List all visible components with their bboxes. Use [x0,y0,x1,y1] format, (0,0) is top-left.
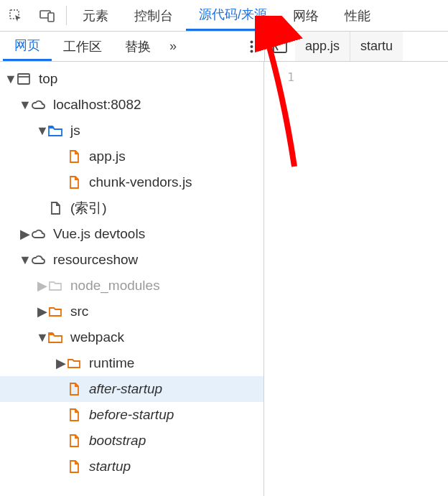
open-file-tabs: app.js startu [264,32,448,61]
svg-point-4 [250,45,253,48]
tree-folder-src[interactable]: ▶ src [0,299,263,324]
file-icon [66,149,82,164]
file-tab-label: app.js [305,39,340,54]
main-split: ▼ top ▼ localhost:8082 ▼ js ▶ app [0,62,448,496]
folder-open-icon [47,329,63,345]
tab-performance[interactable]: 性能 [332,0,383,31]
tree-file-index[interactable]: ▶ (索引) [0,195,263,221]
file-tab-label: startu [360,39,393,54]
tree-folder-nodemodules[interactable]: ▶ node_modules [0,273,263,299]
collapse-arrow-icon: ▶ [37,304,47,319]
tree-label: (索引) [70,199,107,217]
tree-label: app.js [89,149,126,164]
file-icon [47,200,63,216]
tree-file-appjs[interactable]: ▶ app.js [0,144,263,169]
folder-icon [47,304,63,319]
tree-label: runtime [89,355,134,371]
expand-arrow-icon: ▼ [6,72,16,87]
inspect-element-icon[interactable] [0,0,32,31]
tree-label: startup [89,459,131,474]
devtools-main-tabs: 元素 控制台 源代码/来源 网络 性能 [0,0,448,32]
svg-point-5 [250,50,253,52]
tree-top-frame[interactable]: ▼ top [0,66,263,92]
expand-arrow-icon: ▼ [20,253,30,268]
tree-label: resourceshow [53,252,138,268]
tab-network[interactable]: 网络 [280,0,332,31]
editor-pane[interactable]: 1 [264,62,448,496]
tree-folder-runtime[interactable]: ▶ runtime [0,350,263,376]
tree-origin-localhost[interactable]: ▼ localhost:8082 [0,92,263,118]
file-icon [66,174,82,190]
tree-folder-webpack[interactable]: ▼ webpack [0,324,263,350]
svg-rect-2 [48,13,54,22]
navigator-tabs: 网页 工作区 替换 » [0,32,264,61]
cloud-icon [30,252,46,268]
tree-label: js [70,123,80,139]
tree-label: src [70,304,88,319]
expand-arrow-icon: ▼ [37,330,47,345]
tree-label: webpack [70,329,124,345]
divider [66,6,67,25]
folder-icon [47,278,63,294]
tab-elements[interactable]: 元素 [70,0,121,31]
tree-file-after-startup[interactable]: ▶ after-startup [0,376,263,402]
subtab-overrides[interactable]: 替换 [113,32,162,61]
line-number: 1 [264,70,294,84]
file-icon [66,433,82,449]
sources-toolbar-row: 网页 工作区 替换 » app.js startu [0,32,448,62]
collapse-arrow-icon: ▶ [20,226,30,242]
tree-resourceshow[interactable]: ▼ resourceshow [0,247,263,273]
tab-sources[interactable]: 源代码/来源 [186,0,280,31]
collapse-arrow-icon: ▶ [37,278,47,294]
tab-console[interactable]: 控制台 [121,0,186,31]
tree-label: localhost:8082 [53,97,141,113]
folder-open-icon [47,123,63,139]
line-gutter: 1 [264,62,302,496]
tree-vue-devtools[interactable]: ▶ Vue.js devtools [0,221,263,247]
svg-rect-7 [18,74,29,84]
toggle-navigator-icon[interactable] [265,32,295,61]
tree-folder-js[interactable]: ▼ js [0,118,263,144]
svg-point-3 [250,40,253,43]
cloud-icon [30,97,46,113]
tree-label: top [39,71,57,87]
frame-icon [16,71,32,87]
file-tab-appjs[interactable]: app.js [295,32,350,61]
tree-label: before-startup [89,407,174,423]
tree-label: chunk-vendors.js [89,174,192,190]
tree-file-startup[interactable]: ▶ startup [0,454,263,479]
tree-label: Vue.js devtools [53,226,145,242]
file-icon [66,407,82,423]
device-toolbar-icon[interactable] [32,0,63,31]
file-icon [66,381,82,397]
subtab-workspace[interactable]: 工作区 [52,32,113,61]
subtab-page[interactable]: 网页 [3,32,52,61]
file-tab-startup[interactable]: startu [350,32,403,61]
tree-file-before-startup[interactable]: ▶ before-startup [0,402,263,428]
tree-file-chunk-vendors[interactable]: ▶ chunk-vendors.js [0,169,263,195]
expand-arrow-icon: ▼ [20,98,30,113]
collapse-arrow-icon: ▶ [56,355,66,371]
file-icon [66,459,82,474]
expand-arrow-icon: ▼ [37,123,47,139]
cloud-icon [30,226,46,242]
subtab-more-chevron-icon[interactable]: » [162,32,184,61]
tree-label: bootstrap [89,433,146,449]
folder-icon [66,355,82,371]
kebab-menu-icon[interactable] [238,32,264,61]
tree-label: after-startup [89,381,162,397]
tree-label: node_modules [70,278,160,294]
file-tree[interactable]: ▼ top ▼ localhost:8082 ▼ js ▶ app [0,62,264,496]
tree-file-bootstrap[interactable]: ▶ bootstrap [0,428,263,454]
